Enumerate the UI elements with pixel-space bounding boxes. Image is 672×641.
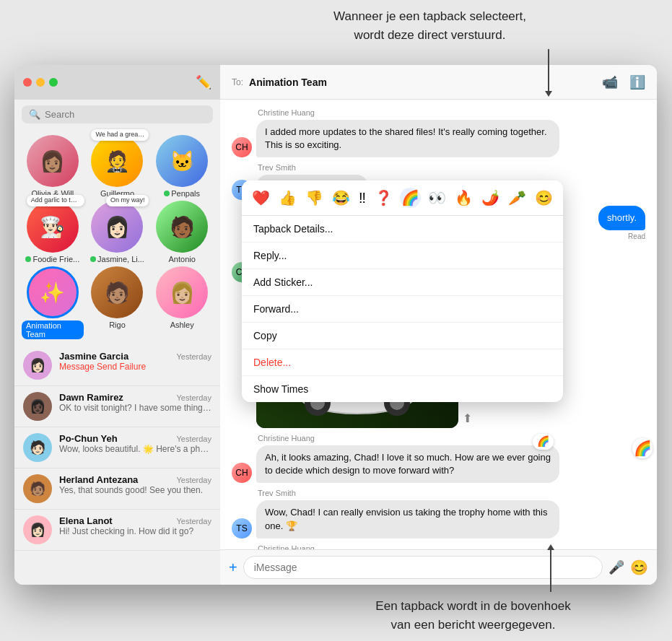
search-input-wrap[interactable]: 🔍 [22,105,213,123]
pinned-avatar: 👨🏻‍🍳 [27,201,79,253]
share-icon[interactable]: ⬆ [463,411,472,425]
search-input[interactable] [45,109,206,120]
compose-icon[interactable]: ✏️ [196,74,211,90]
add-attachment-icon[interactable]: + [229,559,237,576]
chat-header: To: Animation Team 📹 ℹ️ [220,65,657,100]
pinned-name: Jasmine, Li... [90,255,144,263]
msg-bubble[interactable]: Wow, Chad! I can really envision us taki… [256,500,559,538]
pinned-item-antonio[interactable]: 🧑🏾 Antonio [151,201,213,263]
pinned-item-animation-team[interactable]: ✨ Animation Team [22,266,84,339]
tapback-smile[interactable]: 😊 [533,188,554,208]
annotation-line-top [548,49,549,92]
tapback-rainbow[interactable]: 🌈 [400,188,421,208]
audio-record-icon[interactable]: 🎤 [608,559,624,575]
msg-group-christine3: Christine Huang CH Do you want to review… [232,544,645,549]
msg-avatar: TS [232,518,252,538]
conv-name: Dawn Ramirez [59,392,123,403]
sidebar: ✏️ 🔍 👩🏽 Olivia & Will 🤵 We had [14,65,220,585]
pinned-item-guillermo[interactable]: 🤵 We had a great time. Home with... Guil… [87,135,149,198]
tapback-fire[interactable]: 🔥 [453,188,474,208]
conv-item-elena[interactable]: 👩🏻 Elena Lanot Yesterday Hi! Just checki… [14,510,220,551]
msg-row: TS Wow, Chad! I can really envision us t… [232,500,645,538]
pinned-avatar-wrap: 👩🏽 [27,135,79,187]
menu-item-reply[interactable]: Reply... [242,243,563,269]
traffic-lights [23,78,58,87]
menu-item-add-sticker[interactable]: Add Sticker... [242,269,563,296]
tapback-laugh[interactable]: 😂 [331,188,352,208]
chat-input-area: + 🎤 😊 [220,549,657,585]
tapback-bar: ❤️ 👍 👎 😂 ‼️ ❓ 🌈 👀 🔥 🌶️ 🥕 😊 [242,180,563,216]
search-icon: 🔍 [29,109,40,120]
tapback-reaction: 🌈 [533,434,554,450]
msg-bubble-outgoing[interactable]: shortly. [598,206,645,230]
tapback-pepper[interactable]: 🌶️ [480,188,501,208]
conv-item-pochun[interactable]: 🧑🏻 Po-Chun Yeh Yesterday Wow, looks beau… [14,427,220,468]
conv-preview: Message Send Failure [59,362,211,372]
msg-avatar: CH [232,137,252,157]
conv-name: Jasmine Garcia [59,351,128,362]
pinned-avatar-wrap: 🤵 We had a great time. Home with... [91,135,143,187]
pinned-item-penpals[interactable]: 🐱 Penpals [151,135,213,198]
conv-preview: OK to visit tonight? I have some things … [59,403,211,413]
conv-content: Jasmine Garcia Yesterday Message Send Fa… [59,351,211,372]
minimize-button[interactable] [36,78,45,87]
tapback-carrot[interactable]: 🥕 [507,188,528,208]
message-input[interactable] [243,556,603,579]
pinned-avatar-wrap: 🐱 [156,135,208,187]
tapback-heart[interactable]: ❤️ [250,188,271,208]
pinned-item-jasmine[interactable]: 👩🏻 On my way! Jasmine, Li... [87,201,149,263]
conv-avatar: 👩🏿 [23,392,52,421]
menu-item-copy[interactable]: Copy [242,323,563,349]
pinned-avatar-wrap: 👨🏻‍🍳 Add garlic to the butter, and then.… [27,201,79,253]
menu-item-delete[interactable]: Delete... [242,349,563,376]
pinned-item-ashley[interactable]: 👩🏼 Ashley [151,266,213,339]
pinned-item-olivia[interactable]: 👩🏽 Olivia & Will [22,135,84,198]
menu-item-forward[interactable]: Forward... [242,296,563,323]
conv-time: Yesterday [176,393,211,402]
pinned-item-foodie[interactable]: 👨🏻‍🍳 Add garlic to the butter, and then.… [22,201,84,263]
msg-group-christine2: Christine Huang CH Ah, it looks amazing,… [232,434,645,483]
to-label: To: [232,77,243,87]
menu-item-tapback-details[interactable]: Tapback Details... [242,216,563,243]
online-indicator [90,256,96,262]
tapback-question[interactable]: ❓ [373,188,394,208]
pinned-avatar: 🐱 [156,135,208,187]
conv-avatar: 👩🏻 [23,351,52,380]
tapback-thumbsup[interactable]: 👍 [277,188,298,208]
pinned-name: Antonio [169,255,196,263]
tapback-exclamation[interactable]: ‼️ [357,188,367,208]
msg-bubble[interactable]: I added more updates to the shared files… [256,120,559,157]
msg-bubble-with-tapback[interactable]: Ah, it looks amazing, Chad! I love it so… [256,445,559,483]
pinned-avatar-wrap: 🧑🏽 [91,266,143,318]
menu-item-show-times[interactable]: Show Times [242,376,563,402]
msg-sender-name: Trev Smith [232,163,645,172]
info-icon[interactable]: ℹ️ [629,74,645,90]
conversation-list: 👩🏻 Jasmine Garcia Yesterday Message Send… [14,345,220,585]
conv-item-herland[interactable]: 🧑🏽 Herland Antezana Yesterday Yes, that … [14,468,220,510]
msg-row: CH Ah, it looks amazing, Chad! I love it… [232,445,645,483]
conv-header: Jasmine Garcia Yesterday [59,351,211,362]
pinned-avatar: 🤵 [91,135,143,187]
conv-header: Dawn Ramirez Yesterday [59,392,211,403]
msg-group: Christine Huang CH I added more updates … [232,108,645,157]
chat-header-icons: 📹 ℹ️ [602,74,645,90]
close-button[interactable] [23,78,32,87]
emoji-picker-icon[interactable]: 😊 [630,559,648,576]
pinned-item-rigo[interactable]: 🧑🏽 Rigo [87,266,149,339]
tapback-eyes[interactable]: 👀 [427,188,448,208]
maximize-button[interactable] [49,78,58,87]
conv-item-dawn[interactable]: 👩🏿 Dawn Ramirez Yesterday OK to visit to… [14,386,220,427]
msg-sender-name: Christine Huang [232,434,645,442]
chat-recipient-name: Animation Team [249,77,596,88]
sidebar-titlebar: ✏️ [14,65,220,100]
pinned-bubble: We had a great time. Home with... [91,129,149,141]
conv-content: Po-Chun Yeh Yesterday Wow, looks beautif… [59,433,211,454]
pinned-bubble: Add garlic to the butter, and then... [27,195,84,206]
conv-item-jasmine[interactable]: 👩🏻 Jasmine Garcia Yesterday Message Send… [14,345,220,386]
pinned-avatar: 🧑🏽 [91,266,143,318]
pinned-avatar: 🧑🏾 [156,201,208,253]
tapback-thumbsdown[interactable]: 👎 [304,188,325,208]
video-call-icon[interactable]: 📹 [602,74,618,90]
conv-time: Yesterday [176,476,211,484]
conv-header: Herland Antezana Yesterday [59,474,211,485]
